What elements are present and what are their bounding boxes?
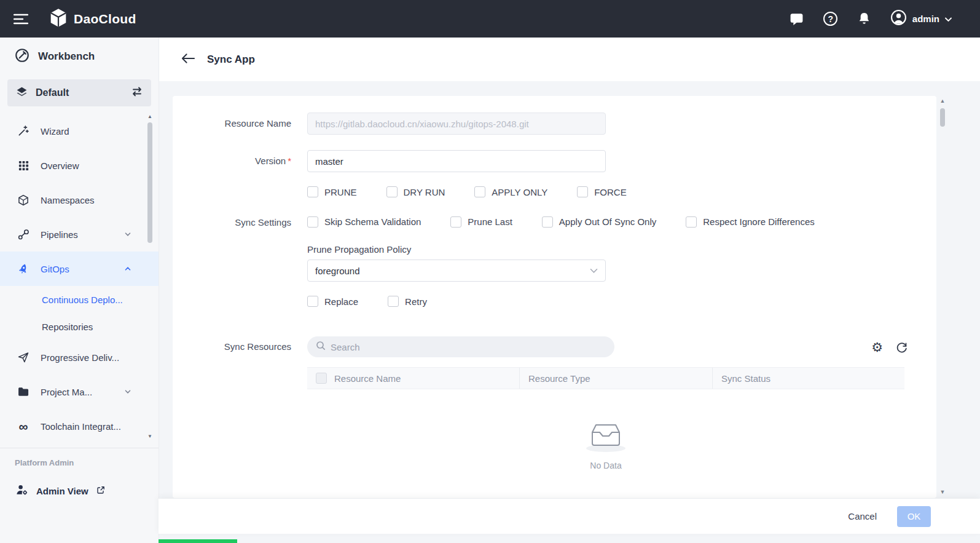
checkbox-retry[interactable]: Retry — [388, 296, 427, 307]
checkbox-prune-last[interactable]: Prune Last — [450, 216, 512, 228]
sidebar-item-pipelines[interactable]: Pipelines — [0, 217, 159, 252]
rocket-icon — [17, 263, 30, 275]
notifications-bell-icon[interactable] — [857, 11, 872, 27]
sync-resources-toolbar: ⚙ — [307, 336, 920, 357]
sidebar-item-overview[interactable]: Overview — [0, 148, 159, 183]
checkbox-icon[interactable] — [388, 296, 399, 307]
checkbox-label: Replace — [324, 296, 358, 307]
prune-policy-selected-value: foreground — [315, 266, 360, 276]
workbench-header[interactable]: Workbench — [0, 38, 159, 76]
help-glyph: ? — [823, 12, 837, 26]
extra-options-row: Replace Retry — [173, 296, 936, 307]
checkbox-icon[interactable] — [577, 186, 588, 197]
workspace-diamond-icon — [15, 85, 28, 101]
prune-policy-select-spacer — [173, 260, 307, 282]
workbench-icon — [14, 47, 30, 66]
workspace-name: Default — [36, 87, 123, 98]
checkbox-dry-run[interactable]: DRY RUN — [386, 186, 445, 197]
empty-text: No Data — [307, 461, 904, 470]
scrollbar-thumb[interactable] — [940, 108, 945, 127]
checkbox-label: Prune Last — [468, 216, 512, 227]
checkbox-icon[interactable] — [474, 186, 485, 197]
admin-view-label: Admin View — [36, 486, 88, 496]
ok-button[interactable]: OK — [897, 506, 931, 527]
checkbox-force[interactable]: FORCE — [577, 186, 627, 197]
user-menu[interactable]: admin — [890, 9, 952, 28]
checkbox-replace[interactable]: Replace — [307, 296, 358, 307]
checkbox-icon[interactable] — [386, 186, 398, 197]
checkbox-apply-out-of-sync-only[interactable]: Apply Out Of Sync Only — [542, 216, 656, 228]
version-input[interactable] — [307, 150, 606, 172]
scroll-down-icon[interactable]: ▼ — [147, 434, 153, 440]
search-box[interactable] — [307, 336, 614, 357]
cancel-button[interactable]: Cancel — [848, 511, 877, 521]
topbar: DaoCloud ? admin — [0, 0, 980, 38]
checkbox-icon[interactable] — [686, 216, 697, 228]
messages-icon[interactable] — [789, 11, 805, 27]
folder-icon — [17, 386, 30, 397]
sidebar-item-label: GitOps — [41, 264, 69, 274]
sidebar-item-project-management[interactable]: Project Ma... — [0, 375, 159, 409]
sidebar-item-admin-view[interactable]: Admin View — [0, 483, 159, 499]
resource-name-input — [307, 113, 606, 135]
scroll-down-icon[interactable]: ▼ — [938, 488, 947, 496]
checkbox-respect-ignore-differences[interactable]: Respect Ignore Differences — [686, 216, 815, 228]
prune-policy-select[interactable]: foreground — [307, 260, 606, 282]
select-all-checkbox[interactable] — [316, 373, 327, 384]
infinity-icon: ∞ — [17, 420, 30, 433]
sidebar-item-label: Namespaces — [41, 195, 95, 205]
refresh-icon[interactable] — [895, 341, 908, 354]
version-row: Version* — [173, 150, 936, 172]
topbar-actions: ? admin — [789, 9, 980, 28]
switch-workspace-icon[interactable] — [131, 86, 143, 100]
avatar-icon — [890, 9, 907, 28]
checkbox-label: APPLY ONLY — [492, 187, 547, 197]
search-icon — [316, 341, 326, 353]
scroll-up-icon[interactable]: ▲ — [938, 97, 947, 105]
checkbox-icon[interactable] — [307, 296, 318, 307]
inbox-icon — [582, 416, 629, 453]
footer-actions: Cancel OK — [159, 499, 980, 534]
search-input[interactable] — [331, 342, 606, 352]
checkbox-skip-schema-validation[interactable]: Skip Schema Validation — [307, 216, 421, 228]
scrollbar-thumb[interactable] — [147, 122, 152, 243]
content-scrollbar[interactable]: ▲ ▼ — [938, 97, 947, 496]
flags-row: PRUNE DRY RUN APPLY ONLY FORCE — [173, 186, 936, 197]
sync-resources-row: Sync Resources ⚙ — [173, 336, 936, 470]
checkbox-label: Skip Schema Validation — [324, 216, 421, 227]
scroll-up-icon[interactable]: ▲ — [147, 114, 153, 120]
sidebar-item-repositories[interactable]: Repositories — [0, 313, 159, 340]
brand-logo[interactable]: DaoCloud — [49, 8, 136, 30]
chevron-down-icon — [945, 14, 952, 25]
checkbox-apply-only[interactable]: APPLY ONLY — [474, 186, 547, 197]
help-icon[interactable]: ? — [823, 11, 839, 27]
paper-plane-icon — [17, 351, 30, 363]
settings-gear-icon[interactable]: ⚙ — [871, 341, 883, 354]
sidebar-item-namespaces[interactable]: Namespaces — [0, 183, 159, 217]
sync-resources-label: Sync Resources — [173, 336, 307, 470]
daocloud-cube-icon — [49, 8, 68, 30]
checkbox-icon[interactable] — [307, 186, 318, 197]
sidebar-scrollbar[interactable]: ▲ ▼ — [147, 114, 153, 440]
chevron-down-icon — [124, 388, 131, 395]
checkbox-prune[interactable]: PRUNE — [307, 186, 357, 197]
sidebar-item-progressive-delivery[interactable]: Progressive Deliv... — [0, 340, 159, 375]
checkbox-icon[interactable] — [542, 216, 553, 228]
workspace-selector[interactable]: Default — [7, 79, 151, 106]
wand-icon — [17, 125, 30, 137]
version-label: Version* — [173, 150, 307, 172]
prune-policy-spacer — [173, 244, 307, 255]
checkbox-icon[interactable] — [307, 216, 318, 228]
sidebar-item-continuous-deployment[interactable]: Continuous Deplo... — [0, 286, 159, 313]
checkbox-icon[interactable] — [450, 216, 461, 228]
sidebar-nav: Wizard Overview Namespaces Pipelines — [0, 114, 159, 443]
sidebar-item-toolchain-integration[interactable]: ∞ Toolchain Integrat... — [0, 409, 159, 443]
empty-state: No Data — [307, 416, 904, 470]
sidebar-item-wizard[interactable]: Wizard — [0, 114, 159, 148]
checkbox-label: DRY RUN — [404, 187, 445, 197]
sidebar-item-label: Project Ma... — [41, 387, 92, 397]
back-arrow-icon[interactable] — [181, 53, 195, 66]
menu-toggle-icon[interactable] — [14, 13, 28, 25]
chevron-up-icon — [124, 265, 131, 272]
sidebar-item-gitops[interactable]: GitOps — [0, 252, 159, 286]
